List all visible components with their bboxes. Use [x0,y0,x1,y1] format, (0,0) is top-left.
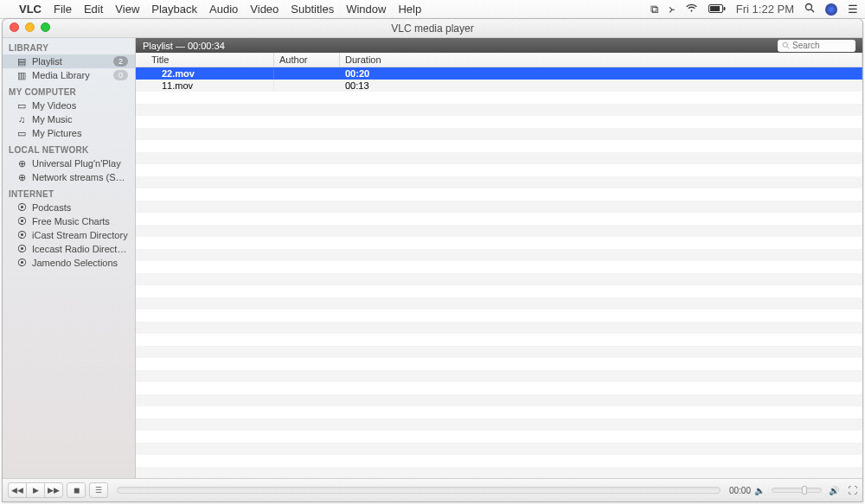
mac-menubar: VLC File Edit View Playback Audio Video … [0,0,865,19]
playlist-row[interactable]: 11.mov00:13 [136,80,862,92]
column-duration[interactable]: Duration [340,53,862,67]
cell-title: 11.mov [136,80,274,91]
sidebar-item-label: My Pictures [32,128,128,138]
prev-button[interactable]: ◀◀ [8,482,27,498]
sidebar-item-media-library[interactable]: ▥Media Library0 [3,68,135,82]
sidebar: LIBRARY▤Playlist2▥Media Library0MY COMPU… [3,38,136,478]
rss-icon: ⦿ [16,202,27,213]
bluetooth-icon[interactable]: ᚛ [669,3,675,16]
sidebar-badge: 2 [113,56,128,67]
seek-bar[interactable] [117,487,721,494]
svg-point-5 [783,42,787,47]
player-controls: ◀◀ ▶ ▶▶ ◼ ☰ 00:00 🔈 🔊 ⛶ [3,478,862,501]
playlist-search[interactable] [778,40,855,52]
volume-thumb[interactable] [802,486,807,494]
sidebar-item-my-videos[interactable]: ▭My Videos [3,99,135,112]
window-title: VLC media player [391,22,473,35]
playlist-search-input[interactable] [792,41,844,50]
sidebar-section-title: INTERNET [3,184,135,201]
svg-point-3 [806,4,812,10]
menu-audio[interactable]: Audio [209,3,238,16]
svg-rect-2 [710,6,720,11]
fullscreen-button[interactable]: ⛶ [848,485,857,495]
menu-view[interactable]: View [115,3,139,16]
sidebar-item-my-music[interactable]: ♫My Music [3,112,135,126]
window-close-button[interactable] [10,22,19,32]
sidebar-item-label: Podcasts [32,202,128,213]
dropbox-icon[interactable]: ⧉ [650,3,658,16]
sidebar-item-podcasts[interactable]: ⦿Podcasts [3,201,135,214]
sidebar-section-title: MY COMPUTER [3,82,135,99]
sidebar-item-label: Jamendo Selections [32,258,128,268]
next-button[interactable]: ▶▶ [44,482,63,498]
wifi-icon[interactable] [685,3,698,16]
net-icon: ⊕ [16,158,27,169]
sidebar-item-label: Universal Plug'n'Play [32,158,128,169]
picture-icon: ▭ [16,128,27,138]
sidebar-item-free-music-charts[interactable]: ⦿Free Music Charts [3,214,135,228]
volume-low-icon: 🔈 [754,486,765,495]
playlist-row[interactable]: 22.mov00:20 [136,67,862,80]
rss-icon: ⦿ [16,230,27,240]
volume-slider[interactable] [772,488,822,493]
sidebar-item-my-pictures[interactable]: ▭My Pictures [3,126,135,140]
transport-group: ◀◀ ▶ ▶▶ [8,482,63,498]
rss-icon: ⦿ [16,244,27,254]
sidebar-item-label: My Videos [32,100,128,111]
sidebar-item-jamendo-selections[interactable]: ⦿Jamendo Selections [3,256,135,270]
menu-video[interactable]: Video [250,3,279,16]
cell-duration: 00:13 [340,80,862,91]
menu-window[interactable]: Window [346,3,386,16]
rss-icon: ⦿ [16,216,27,226]
net-icon: ⊕ [16,172,27,182]
sidebar-item-label: iCast Stream Directory [32,230,128,240]
cell-duration: 00:20 [340,68,862,79]
menu-file[interactable]: File [54,3,72,16]
svg-line-6 [787,47,789,48]
menu-edit[interactable]: Edit [84,3,103,16]
window-zoom-button[interactable] [41,22,50,32]
playlist-header-label: Playlist — 00:00:34 [143,41,225,51]
sidebar-item-label: My Music [32,114,128,124]
rss-icon: ⦿ [16,258,27,268]
sidebar-item-label: Network streams (SAP) [32,172,128,182]
menu-subtitles[interactable]: Subtitles [291,3,334,16]
column-title[interactable]: Title [136,53,274,67]
time-elapsed: 00:00 [729,486,751,495]
window-minimize-button[interactable] [25,22,35,32]
sidebar-item-label: Icecast Radio Directory [32,244,128,254]
library-icon: ▥ [16,70,27,80]
playlist-panel: Playlist — 00:00:34 Title Author Duratio… [136,38,862,478]
vlc-window: VLC media player LIBRARY▤Playlist2▥Media… [2,18,863,502]
sidebar-item-universal-plug-n-play[interactable]: ⊕Universal Plug'n'Play [3,156,135,170]
sidebar-item-label: Playlist [32,56,108,67]
menubar-app-name[interactable]: VLC [19,3,42,16]
window-titlebar: VLC media player [3,19,862,38]
sidebar-section-title: LIBRARY [3,38,135,54]
sidebar-item-icast-stream-directory[interactable]: ⦿iCast Stream Directory [3,228,135,242]
menubar-clock[interactable]: Fri 1:22 PM [736,3,794,16]
sidebar-section-title: LOCAL NETWORK [3,140,135,156]
sidebar-item-icecast-radio-directory[interactable]: ⦿Icecast Radio Directory [3,242,135,256]
playlist-icon: ▤ [16,56,27,67]
playlist-columns: Title Author Duration [136,53,862,67]
battery-icon[interactable] [708,3,726,16]
play-button[interactable]: ▶ [26,482,45,498]
siri-icon[interactable] [825,3,837,16]
sidebar-item-label: Media Library [32,70,108,80]
spotlight-icon[interactable] [804,3,815,16]
music-icon: ♫ [16,114,27,124]
sidebar-item-label: Free Music Charts [32,216,128,226]
notifications-icon[interactable]: ☰ [848,3,858,16]
window-traffic-lights [10,22,50,32]
menu-help[interactable]: Help [398,3,421,16]
svg-line-4 [811,10,814,12]
sidebar-item-network-streams-sap-[interactable]: ⊕Network streams (SAP) [3,170,135,184]
cell-title: 22.mov [136,68,274,79]
column-author[interactable]: Author [274,53,340,67]
sidebar-item-playlist[interactable]: ▤Playlist2 [3,54,135,68]
volume-high-icon: 🔊 [829,486,839,495]
stop-button[interactable]: ◼ [67,482,86,498]
playlist-toggle-button[interactable]: ☰ [89,482,108,498]
menu-playback[interactable]: Playback [151,3,197,16]
